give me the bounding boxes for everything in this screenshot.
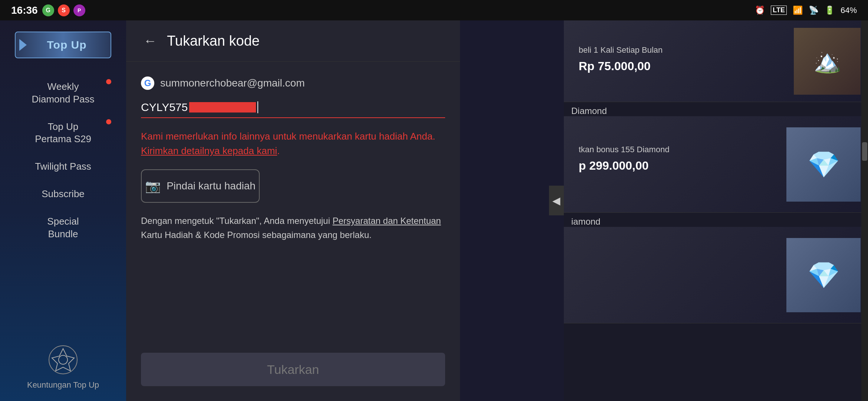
wifi-icon: 📡 (809, 6, 819, 15)
product-1-price: Rp 75.000,00 (579, 59, 779, 73)
product-2-label: tkan bonus 155 Diamond (579, 145, 772, 154)
code-input-container[interactable]: CYLY575 (141, 101, 445, 118)
terms-suffix: Kartu Hadiah & Kode Promosi sebagaimana … (141, 230, 372, 240)
status-icons: G S P (42, 4, 85, 16)
weekly-diamond-dot (106, 79, 111, 84)
error-link[interactable]: Kirimkan detailnya kepada kami (141, 145, 277, 156)
back-button[interactable]: ← (141, 32, 160, 50)
sidebar-item-subscribe-label: Subscribe (42, 188, 85, 199)
sidebar-item-twilight-pass[interactable]: Twilight Pass (0, 153, 126, 180)
status-right: ⏰ LTE 📶 📡 🔋 64% (755, 6, 857, 15)
terms-link[interactable]: Persyaratan dan Ketentuan (332, 216, 441, 226)
scan-label: Pindai kartu hadiah (167, 180, 256, 192)
error-text: Kami memerlukan info lainnya untuk menuk… (141, 131, 435, 142)
app-icon-1: G (42, 4, 54, 16)
terms-text: Dengan mengetuk "Tukarkan", Anda menyetu… (141, 214, 445, 242)
product-1-info: beli 1 Kali Setiap Bulan Rp 75.000,00 (571, 38, 786, 84)
redeem-button[interactable]: Tukarkan (141, 353, 445, 386)
code-redact-bar (189, 102, 256, 113)
app-icon-3: P (73, 4, 85, 16)
collapse-arrow-icon: ◀ (552, 195, 560, 207)
sidebar-item-special-bundle[interactable]: SpecialBundle (0, 208, 126, 248)
sidebar-item-weekly-diamond-label: WeeklyDiamond Pass (32, 81, 94, 105)
text-cursor (257, 101, 258, 113)
sidebar-item-topup-pertama-label: Top UpPertama S29 (35, 121, 91, 145)
battery-percent: 64% (841, 6, 857, 15)
signal-icon: 📶 (793, 6, 803, 15)
topup-pertama-dot (106, 119, 111, 124)
lte-icon: LTE (771, 6, 787, 15)
terms-prefix: Dengan mengetuk "Tukarkan", Anda menyetu… (141, 216, 330, 226)
diamond-label-2: Diamond (564, 102, 868, 116)
google-g-icon: G (141, 76, 154, 90)
dialog-header: ← Tukarkan kode (126, 20, 460, 62)
status-time: 16:36 (11, 4, 38, 16)
sidebar-item-topup-pertama[interactable]: Top UpPertama S29 (0, 113, 126, 153)
app-icon-2: S (58, 4, 70, 16)
code-prefix: CYLY575 (141, 101, 188, 114)
status-left: 16:36 G S P (11, 4, 85, 16)
top-up-button[interactable]: Top Up (15, 32, 111, 58)
product-2-image: 💎 (786, 127, 861, 202)
right-panel-toggle[interactable]: ◀ (549, 186, 564, 215)
right-panel: beli 1 Kali Setiap Bulan Rp 75.000,00 🏔️… (564, 20, 868, 401)
alarm-icon: ⏰ (755, 6, 765, 15)
back-arrow-icon: ← (144, 33, 157, 49)
camera-icon: 📷 (145, 179, 161, 193)
emblem-svg (48, 345, 78, 375)
svg-marker-1 (52, 349, 74, 371)
email-text: summonerchobear@gmail.com (160, 77, 305, 89)
keuntungan-label: Keuntungan Top Up (27, 380, 99, 390)
dialog-body: G summonerchobear@gmail.com CYLY575 Kami… (126, 62, 460, 345)
product-2-price: p 299.000,00 (579, 159, 772, 173)
product-1-label: beli 1 Kali Setiap Bulan (579, 45, 779, 55)
sidebar: Top Up WeeklyDiamond Pass Top UpPertama … (0, 20, 126, 401)
product-1-image: 🏔️ (794, 28, 861, 95)
dialog-container: ← Tukarkan kode G summonerchobear@gmail.… (126, 20, 460, 401)
top-up-label: Top Up (47, 39, 86, 51)
diamond-label-3: iamond (564, 213, 868, 227)
sidebar-item-subscribe[interactable]: Subscribe (0, 180, 126, 208)
error-message: Kami memerlukan info lainnya untuk menuk… (141, 129, 445, 158)
product-2-info: tkan bonus 155 Diamond p 299.000,00 (571, 145, 779, 184)
scan-button[interactable]: 📷 Pindai kartu hadiah (141, 169, 260, 203)
sidebar-item-special-bundle-label: SpecialBundle (47, 216, 79, 239)
scroll-bar[interactable] (861, 20, 868, 401)
product-card-3[interactable]: 💎 (564, 227, 868, 323)
svg-point-2 (59, 355, 68, 364)
sidebar-bottom: Keuntungan Top Up (27, 343, 99, 390)
dialog-footer: Tukarkan (126, 345, 460, 401)
battery-icon: 🔋 (825, 6, 835, 15)
product-3-info (571, 270, 779, 281)
email-row: G summonerchobear@gmail.com (141, 76, 445, 90)
status-bar: 16:36 G S P ⏰ LTE 📶 📡 🔋 64% (0, 0, 868, 20)
error-period: . (277, 145, 280, 156)
scroll-thumb[interactable] (862, 142, 867, 161)
keuntungan-icon (46, 343, 80, 376)
code-input-wrapper[interactable]: CYLY575 (141, 101, 445, 118)
sidebar-item-weekly-diamond[interactable]: WeeklyDiamond Pass (0, 73, 126, 113)
product-card-2[interactable]: tkan bonus 155 Diamond p 299.000,00 💎 (564, 116, 868, 213)
dialog-title: Tukarkan kode (167, 33, 260, 49)
svg-point-0 (49, 346, 77, 374)
product-3-image: 💎 (786, 238, 861, 312)
sidebar-item-twilight-label: Twilight Pass (35, 161, 91, 172)
product-card-1[interactable]: beli 1 Kali Setiap Bulan Rp 75.000,00 🏔️ (564, 20, 868, 102)
